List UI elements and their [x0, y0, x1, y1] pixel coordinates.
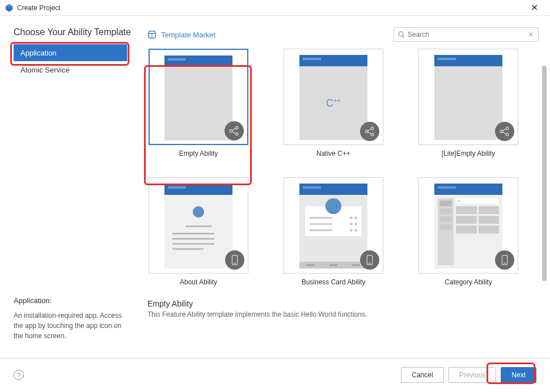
phone-icon — [225, 250, 244, 270]
template-grid: Empty Ability C++ Native C++ — [143, 49, 539, 292]
svg-point-16 — [506, 133, 509, 136]
scrollbar[interactable] — [542, 66, 547, 304]
svg-point-14 — [500, 130, 503, 133]
template-name: Empty Ability — [179, 150, 218, 157]
help-icon: ? — [17, 372, 20, 378]
template-name: Business Card Ability — [302, 278, 366, 286]
template-lite-empty-ability[interactable]: [Lite]Empty Ability — [417, 49, 519, 164]
svg-line-7 — [232, 128, 235, 130]
next-button[interactable]: Next — [501, 367, 536, 383]
desc-text: This Feature Ability template implements… — [147, 310, 534, 318]
main-topbar: Template Market ✕ — [143, 27, 539, 42]
svg-point-9 — [365, 130, 368, 133]
svg-line-18 — [502, 132, 506, 134]
template-business-card-ability[interactable]: Business Card Ability — [282, 177, 384, 292]
template-thumb — [149, 177, 248, 274]
cpp-icon: C++ — [326, 97, 341, 109]
template-empty-ability[interactable]: Empty Ability — [147, 49, 249, 164]
svg-point-11 — [371, 133, 374, 136]
sidebar-desc-title: Application: — [14, 296, 125, 305]
svg-point-10 — [371, 127, 374, 130]
template-market-link[interactable]: Template Market — [161, 31, 389, 39]
sidebar-description: Application: An installation-required ap… — [14, 296, 136, 358]
share-icon — [495, 122, 514, 141]
cancel-button[interactable]: Cancel — [401, 367, 443, 383]
template-about-ability[interactable]: About Ability — [147, 177, 249, 292]
svg-line-12 — [367, 129, 371, 131]
template-name: About Ability — [180, 278, 217, 286]
close-icon: ✕ — [531, 2, 538, 13]
titlebar: Create Project ✕ — [0, 0, 550, 16]
search-icon — [397, 31, 405, 39]
search-box[interactable]: ✕ — [394, 27, 539, 42]
template-native-cpp[interactable]: C++ Native C++ — [282, 49, 384, 164]
template-thumb — [284, 177, 383, 274]
svg-point-4 — [230, 130, 232, 133]
scrollbar-thumb[interactable] — [542, 66, 547, 281]
template-thumb — [418, 177, 518, 274]
svg-point-15 — [506, 127, 509, 130]
sidebar: Choose Your Ability Template Application… — [0, 16, 136, 358]
template-thumb: C++ — [284, 49, 383, 145]
svg-line-8 — [232, 131, 235, 134]
template-category-ability[interactable]: Category Ability — [417, 177, 519, 292]
phone-icon — [360, 250, 379, 270]
help-button[interactable]: ? — [14, 370, 24, 380]
search-input[interactable] — [408, 31, 527, 39]
svg-line-13 — [367, 132, 371, 134]
previous-button[interactable]: Previous — [449, 367, 497, 383]
svg-point-2 — [399, 32, 403, 36]
template-name: Category Ability — [445, 278, 492, 286]
sidebar-item-label: Application — [20, 49, 57, 57]
content: Choose Your Ability Template Application… — [0, 16, 550, 358]
svg-point-6 — [235, 133, 238, 135]
footer: ? Cancel Previous Next — [0, 358, 550, 391]
close-button[interactable]: ✕ — [523, 0, 545, 16]
phone-icon — [495, 250, 514, 270]
svg-line-17 — [502, 129, 506, 131]
desc-title: Empty Ability — [147, 299, 534, 308]
template-thumb — [418, 49, 518, 145]
share-icon — [360, 122, 379, 141]
sidebar-item-label: Atomic Service — [20, 66, 70, 74]
main-panel: Template Market ✕ Empty Ability — [136, 16, 550, 358]
search-clear-icon[interactable]: ✕ — [527, 31, 535, 39]
svg-point-5 — [235, 126, 238, 129]
template-description: Empty Ability This Feature Ability templ… — [143, 292, 539, 318]
sidebar-item-atomic-service[interactable]: Atomic Service — [14, 61, 127, 78]
sidebar-desc-text: An installation-required app. Access the… — [14, 310, 125, 341]
app-logo-icon — [5, 3, 14, 12]
window-title: Create Project — [17, 4, 523, 12]
svg-line-3 — [403, 36, 404, 37]
template-name: [Lite]Empty Ability — [442, 150, 496, 157]
template-thumb — [149, 49, 248, 145]
template-name: Native C++ — [316, 150, 350, 157]
sidebar-heading: Choose Your Ability Template — [14, 27, 136, 37]
share-icon — [225, 121, 244, 140]
sidebar-item-application[interactable]: Application — [14, 44, 127, 61]
market-icon — [147, 30, 156, 39]
